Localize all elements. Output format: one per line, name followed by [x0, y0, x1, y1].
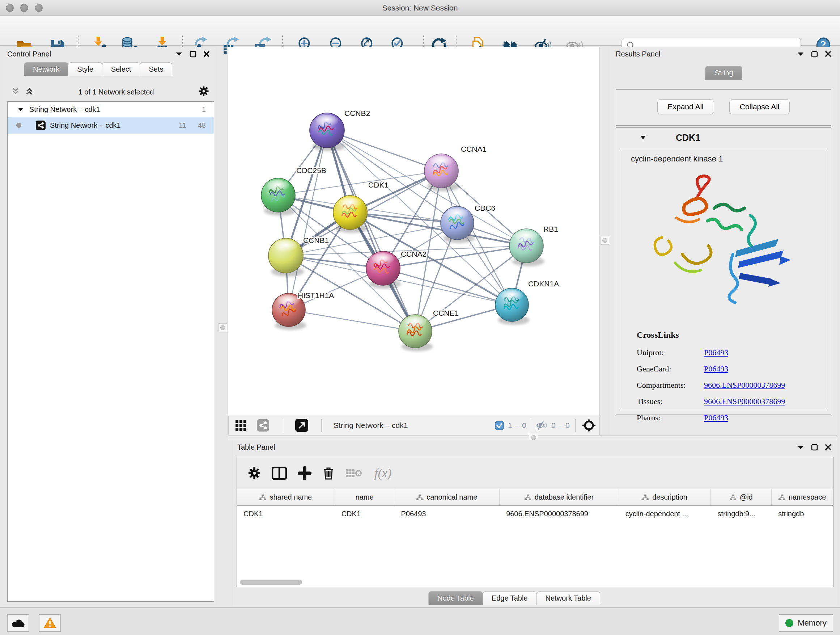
tab-sets[interactable]: Sets	[140, 62, 172, 76]
warnings-button[interactable]	[39, 614, 61, 632]
splitter-grip[interactable]	[600, 236, 609, 245]
horizontal-scrollbar-thumb[interactable]	[240, 580, 302, 585]
toolbar-separator	[321, 419, 322, 432]
crosslink-link[interactable]: P06493	[704, 413, 728, 423]
crosslink-link[interactable]: P06493	[704, 348, 728, 357]
tab-network-table[interactable]: Network Table	[537, 591, 600, 605]
warning-icon	[44, 618, 56, 629]
main-toolbar: ?	[0, 16, 840, 46]
hidden-indicator[interactable]	[535, 416, 548, 435]
birds-eye-view-button[interactable]	[582, 416, 596, 435]
network-edge-CDC25B-CDC6[interactable]	[278, 195, 457, 223]
network-status-dot-icon	[16, 123, 21, 128]
control-panel: Control Panel NetworkStyleSelectSets 1 o…	[3, 47, 216, 604]
crosslink-link[interactable]: P06493	[704, 364, 728, 374]
column-type-icon	[778, 494, 785, 500]
table-cell[interactable]: stringdb:9...	[711, 506, 772, 522]
network-edge-CCNB2-HIST1H1A[interactable]	[289, 130, 327, 310]
crosslink-link[interactable]: 9606.ENSP00000378699	[704, 380, 785, 390]
table-cell[interactable]: CDK1	[237, 506, 335, 522]
checkbox-checked-icon	[495, 421, 504, 430]
panel-menu-icon[interactable]	[797, 443, 805, 451]
detach-view-button[interactable]	[295, 416, 308, 435]
network-view-toolbar: String Network – cdk1 1 – 0 0 – 0	[228, 416, 600, 435]
network-node-CCNA1[interactable]	[424, 154, 458, 188]
delete-table-icon-disabled	[346, 468, 362, 478]
network-canvas[interactable]: CCNB2CCNA1CDC25BCDK1CDC6RB1CCNB1CCNA2CDK…	[228, 47, 600, 416]
network-options-gear-icon[interactable]	[198, 86, 209, 98]
tab-style[interactable]: Style	[68, 62, 102, 76]
table-row[interactable]: CDK1CDK1P064939606.ENSP00000378699cyclin…	[237, 506, 833, 522]
crosslink-link[interactable]: 9606.ENSP00000378699	[704, 397, 785, 406]
column-header-database-identifier[interactable]: database identifier	[500, 489, 619, 505]
crosshair-icon	[582, 418, 596, 432]
column-header-label: database identifier	[535, 493, 594, 501]
column-header-description[interactable]: description	[619, 489, 711, 505]
network-view-title: String Network – cdk1	[333, 416, 408, 435]
column-header-namespace[interactable]: namespace	[772, 489, 833, 505]
panel-float-icon[interactable]	[810, 443, 818, 451]
panel-close-icon[interactable]	[824, 443, 832, 451]
grid-view-button[interactable]	[235, 416, 247, 435]
column-browser-icon[interactable]	[272, 467, 287, 480]
network-edge-CCNB2-CCNA1[interactable]	[327, 130, 441, 171]
cloud-status-button[interactable]	[7, 614, 29, 632]
collapse-all-button[interactable]: Collapse All	[729, 99, 790, 114]
column-header-name[interactable]: name	[335, 489, 395, 505]
node-label-CCNB2: CCNB2	[344, 109, 370, 117]
tab-string[interactable]: String	[705, 66, 742, 80]
panel-menu-icon[interactable]	[797, 50, 805, 58]
network-node-CDC25B[interactable]	[261, 178, 295, 212]
collection-label: String Network – cdk1	[29, 105, 100, 114]
selected-checkbox[interactable]	[495, 416, 504, 435]
network-view-mode-button[interactable]	[257, 416, 269, 435]
table-cell[interactable]: stringdb	[772, 506, 833, 522]
table-options-gear-icon[interactable]	[248, 467, 261, 480]
column-header-shared-name[interactable]: shared name	[237, 489, 335, 505]
section-expander-icon[interactable]	[640, 135, 646, 140]
network-node-CDC6[interactable]	[441, 206, 474, 240]
delete-column-trash-icon[interactable]	[322, 466, 335, 480]
panel-float-icon[interactable]	[810, 50, 818, 58]
node-label-CDK1: CDK1	[368, 181, 388, 189]
network-edge-CDK1-RB1[interactable]	[350, 212, 526, 246]
panel-close-icon[interactable]	[202, 50, 210, 58]
network-node-CCNE1[interactable]	[399, 315, 432, 348]
network-node-CDK1[interactable]	[333, 195, 367, 230]
expand-all-tree-icon[interactable]	[11, 87, 20, 97]
panel-menu-icon[interactable]	[175, 50, 183, 58]
tab-edge-table[interactable]: Edge Table	[483, 591, 537, 605]
column-header-label: description	[652, 493, 687, 501]
network-node-CCNB1[interactable]	[268, 238, 303, 273]
expand-all-button[interactable]: Expand All	[657, 99, 714, 114]
create-column-icon[interactable]	[298, 466, 311, 480]
network-node-CCNA2[interactable]	[366, 251, 400, 285]
panel-close-icon[interactable]	[824, 50, 832, 58]
crosslink-label: Tissues:	[637, 397, 704, 406]
gene-section-header[interactable]: CDK1	[616, 128, 831, 147]
node-label-CCNE1: CCNE1	[433, 309, 459, 317]
column-header-label: namespace	[789, 493, 826, 501]
table-cell[interactable]: 9606.ENSP00000378699	[500, 506, 619, 522]
tab-network[interactable]: Network	[24, 62, 68, 76]
network-node-CCNB2[interactable]	[309, 113, 344, 148]
panel-float-icon[interactable]	[189, 50, 197, 58]
column-header-id[interactable]: @id	[711, 489, 772, 505]
results-panel: Results Panel String Expand All Collapse…	[610, 47, 837, 435]
collapse-all-tree-icon[interactable]	[25, 87, 34, 97]
tab-node-table[interactable]: Node Table	[428, 591, 483, 605]
column-header-canonical-name[interactable]: canonical name	[394, 489, 500, 505]
table-cell[interactable]: cyclin-dependent ...	[619, 506, 711, 522]
table-cell[interactable]: CDK1	[335, 506, 395, 522]
splitter-grip[interactable]	[218, 323, 227, 332]
table-cell[interactable]: P06493	[394, 506, 500, 522]
network-collection-row[interactable]: String Network – cdk1 1	[8, 102, 214, 117]
network-selection-status: 1 of 1 Network selected	[34, 88, 198, 96]
node-label-CDC6: CDC6	[475, 204, 495, 212]
network-row[interactable]: String Network – cdk1 11 48	[8, 117, 214, 134]
collection-expander-icon[interactable]	[18, 108, 24, 111]
network-node-CDKN1A[interactable]	[495, 288, 529, 321]
tab-select[interactable]: Select	[102, 62, 141, 76]
network-node-RB1[interactable]	[509, 229, 543, 263]
memory-button[interactable]: Memory	[779, 614, 833, 632]
